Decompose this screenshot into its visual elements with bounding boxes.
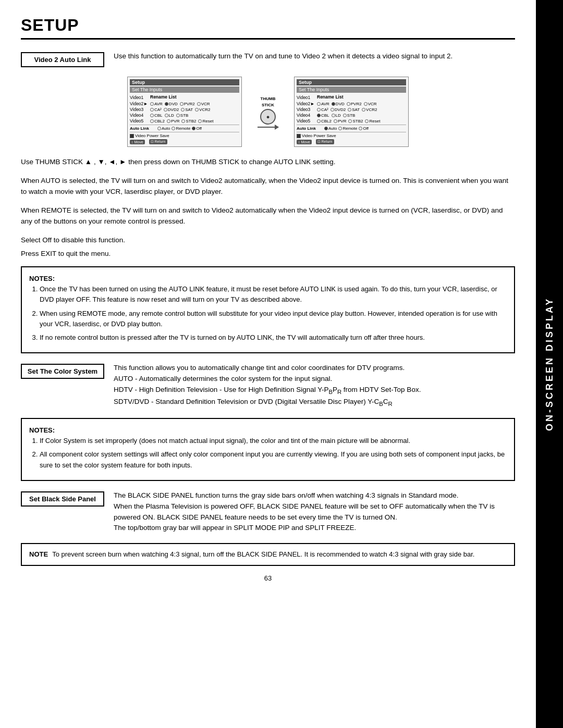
screen-right-row-video1: Video1 Rename List [297, 94, 406, 101]
page-number: 63 [21, 574, 515, 582]
screen-right-video-power-save: Video Power Save [297, 133, 406, 138]
thumb-stick-body: ● [260, 109, 276, 125]
black-side-desc2: When the Plasma Television is powered OF… [114, 502, 495, 521]
notes1-header: NOTES: [29, 275, 58, 282]
diagram-area: Setup Set The Inputs Video1 Rename List … [21, 77, 515, 147]
notes2-header: NOTES: [29, 426, 58, 434]
screen-right-autolink: Auto Link Auto Remote Off [297, 126, 406, 131]
screen-right-row-video3: Video3 CA² DVD2 SAT VCR2 [297, 107, 406, 112]
notes2-item-2: All component color system settings will… [40, 449, 507, 470]
notes1-item-2: When using REMOTE mode, any remote contr… [40, 309, 507, 329]
screen-left-video-power-save: Video Power Save [130, 133, 239, 138]
para-off2: Press EXIT to quit the menu. [21, 248, 515, 260]
screen-right-row-video4: Video4 CBL LD STB [297, 113, 406, 118]
color-system-sdtv: SDTV/DVD - Standard Definition Televisio… [114, 398, 393, 405]
screen-left-row-video4: Video4 CBL LD STB [130, 113, 239, 118]
color-system-hdtv: HDTV - High Definition Television - Use … [114, 386, 421, 393]
note-final-box: NOTE To prevent screen burn when watchin… [21, 543, 515, 566]
color-system-content: This function allows you to automaticall… [114, 363, 515, 409]
note-final-text: To prevent screen burn when watching 4:3… [52, 549, 474, 560]
screen-left-row-video5: Video5 CBL2 PVR STB2 Reset [130, 118, 239, 124]
video2-autolink-description: Use this function to automatically turn … [114, 51, 515, 62]
para-auto: When AUTO is selected, the TV will turn … [21, 175, 515, 198]
page-title: SETUP [21, 16, 515, 40]
notes1-item-3: If no remote control button is pressed a… [40, 332, 507, 343]
use-thumb-text: Use THUMB STICK ▲ , ▼, ◄, ► then press d… [21, 156, 515, 168]
black-side-panel-section: Set Black Side Panel The BLACK SIDE PANE… [21, 490, 515, 534]
para-off1: Select Off to disable this function. [21, 235, 515, 246]
screen-left-row-video2: Video2► AVR DVD PVR2 VCR [130, 101, 239, 106]
screen-right-row-video5: Video5 CBL2 PVR STB2 Reset [297, 118, 406, 124]
diagram-arrow-area: THUMB STICK ● [258, 96, 278, 128]
screen-left-nav: ↕ Move ⊡ Return [130, 139, 239, 144]
notes1-item-1: Once the TV has been turned on using the… [40, 284, 507, 305]
arrow-right-icon [258, 127, 278, 128]
main-content: SETUP Video 2 Auto Link Use this functio… [0, 0, 536, 728]
black-side-desc1: The BLACK SIDE PANEL function turns the … [114, 491, 459, 499]
black-side-panel-label: Set Black Side Panel [21, 491, 104, 507]
notes2-list: If Color System is set improperly (does … [40, 436, 507, 470]
screen-right-subtitle: Set The Inputs [297, 87, 406, 93]
screen-left-row-video3: Video3 CA² DVD2 SAT VCR2 [130, 107, 239, 112]
screen-right-row-video2: Video2► AVR DVD PVR2 VCR [297, 101, 406, 106]
notes1-list: Once the TV has been turned on using the… [40, 284, 507, 343]
screen-right-title: Setup [297, 79, 406, 85]
sidebar-text: ON-SCREEN DISPLAY [544, 297, 555, 431]
video2-autolink-label: Video 2 Auto Link [21, 52, 104, 67]
screen-left-title: Setup [130, 79, 239, 85]
color-system-desc: This function allows you to automaticall… [114, 364, 405, 372]
color-system-auto: AUTO - Automatically determines the colo… [114, 375, 332, 382]
notes-box-1: NOTES: Once the TV has been turned on us… [21, 266, 515, 353]
right-sidebar: ON-SCREEN DISPLAY [536, 0, 563, 728]
page-wrapper: SETUP Video 2 Auto Link Use this functio… [0, 0, 563, 728]
thumb-stick-label: THUMB STICK ● [260, 96, 276, 125]
menu-screen-left: Setup Set The Inputs Video1 Rename List … [127, 77, 242, 147]
notes2-item-1: If Color System is set improperly (does … [40, 436, 507, 446]
color-system-section: Set The Color System This function allow… [21, 363, 515, 409]
note-final-label: NOTE [29, 549, 48, 560]
video2-autolink-section: Video 2 Auto Link Use this function to a… [21, 51, 515, 67]
notes-box-2: NOTES: If Color System is set improperly… [21, 418, 515, 481]
black-side-panel-content: The BLACK SIDE PANEL function turns the … [114, 490, 515, 534]
black-side-desc3: The top/bottom gray bar will appear in S… [114, 524, 356, 532]
screen-right-nav: ↕ Move ⊡ Return [297, 139, 406, 144]
menu-screen-right: Setup Set The Inputs Video1 Rename List … [294, 77, 409, 147]
screen-left-subtitle: Set The Inputs [130, 87, 239, 93]
color-system-label: Set The Color System [21, 364, 104, 379]
screen-left-autolink: Auto Link Auto Remote Off [130, 126, 239, 131]
screen-left-row-video1: Video1 Rename List [130, 94, 239, 101]
para-remote: When REMOTE is selected, the TV will tur… [21, 205, 515, 227]
